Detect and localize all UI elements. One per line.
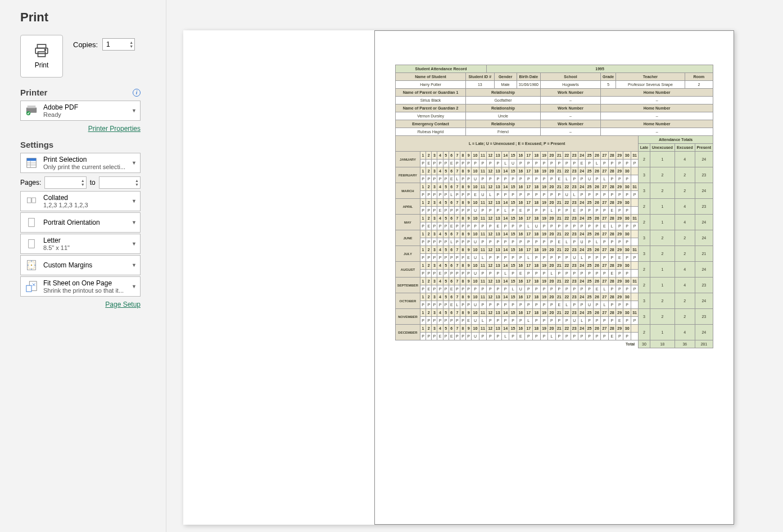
pages-from-stepper[interactable]: ▲▼ (44, 176, 86, 189)
svg-rect-20 (26, 285, 31, 292)
svg-rect-0 (37, 44, 46, 48)
chevron-down-icon: ▼ (132, 160, 137, 166)
paper-l2: 8.5" x 11" (43, 244, 137, 251)
svg-rect-2 (38, 52, 46, 57)
printer-icon (33, 43, 50, 58)
svg-point-3 (44, 49, 46, 51)
print-scope-dropdown[interactable]: Print Selection Only print the current s… (20, 153, 141, 173)
printer-name: Adobe PDF (43, 103, 137, 111)
svg-rect-15 (29, 240, 35, 248)
page-setup-link[interactable]: Page Setup (105, 301, 141, 308)
svg-rect-5 (28, 106, 36, 108)
copies-label: Copies: (73, 40, 98, 49)
copies-value: 1 (106, 40, 110, 48)
fit-l1: Fit Sheet on One Page (43, 279, 137, 287)
fit-page-icon (24, 279, 39, 294)
margins-text: Custom Margins (43, 261, 137, 269)
orientation-dropdown[interactable]: Portrait Orientation ▼ (20, 212, 141, 233)
paper-size-dropdown[interactable]: Letter 8.5" x 11" ▼ (20, 234, 141, 254)
pages-to-stepper[interactable]: ▲▼ (99, 176, 141, 189)
collate-icon (24, 194, 39, 208)
info-icon[interactable]: i (133, 89, 141, 97)
print-backstage-panel: Print Print Copies: 1 ▲▼ Printer i Adobe… (0, 0, 166, 532)
scope-line2: Only print the current selecti... (43, 163, 137, 170)
fit-l2: Shrink the printout so that it... (43, 287, 137, 294)
collate-l1: Collated (43, 194, 137, 202)
collate-l2: 1,2,3 1,2,3 1,2,3 (43, 202, 137, 208)
svg-rect-13 (32, 198, 36, 203)
pages-label: Pages: (20, 179, 41, 187)
stepper-arrows-icon: ▲▼ (129, 40, 133, 48)
printer-device-icon (24, 103, 39, 118)
orientation-text: Portrait Orientation (43, 219, 137, 226)
print-button[interactable]: Print (20, 35, 63, 78)
sheet-selection-icon (24, 156, 39, 170)
paper-l1: Letter (43, 237, 137, 244)
chevron-down-icon: ▼ (132, 262, 137, 268)
margins-dropdown[interactable]: Custom Margins ▼ (20, 255, 141, 275)
svg-rect-14 (29, 219, 35, 227)
svg-rect-12 (28, 198, 31, 203)
printer-properties-link[interactable]: Printer Properties (88, 125, 141, 133)
print-button-label: Print (35, 61, 49, 69)
printer-section-heading: Printer (20, 88, 47, 97)
scope-line1: Print Selection (43, 156, 137, 163)
margins-icon (24, 258, 39, 272)
print-preview-area: Student Attendance Record1995Name of Stu… (183, 30, 734, 525)
printer-dropdown[interactable]: Adobe PDF Ready ▼ (20, 101, 141, 121)
page-title: Print (20, 10, 166, 25)
preview-page: Student Attendance Record1995Name of Stu… (374, 30, 734, 525)
portrait-icon (24, 215, 39, 230)
copies-stepper[interactable]: 1 ▲▼ (102, 38, 135, 51)
paper-icon (24, 237, 39, 251)
chevron-down-icon: ▼ (132, 241, 137, 247)
svg-rect-1 (35, 48, 48, 54)
scaling-dropdown[interactable]: Fit Sheet on One Page Shrink the printou… (20, 276, 141, 297)
svg-point-18 (31, 265, 33, 266)
chevron-down-icon: ▼ (132, 198, 137, 204)
chevron-down-icon: ▼ (132, 108, 137, 113)
printer-status: Ready (43, 111, 137, 118)
chevron-down-icon: ▼ (132, 220, 137, 225)
settings-section-heading: Settings (20, 140, 53, 149)
attendance-document: Student Attendance Record1995Name of Stu… (395, 65, 713, 348)
collation-dropdown[interactable]: Collated 1,2,3 1,2,3 1,2,3 ▼ (20, 191, 141, 211)
chevron-down-icon: ▼ (132, 284, 137, 289)
pages-to-label: to (90, 179, 96, 187)
svg-rect-8 (27, 158, 37, 161)
